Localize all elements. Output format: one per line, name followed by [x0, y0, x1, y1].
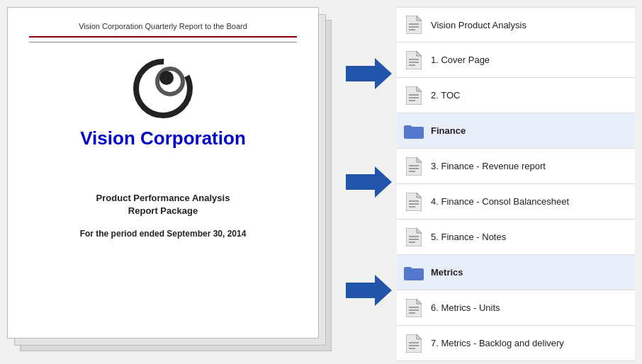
arrow-top	[346, 57, 392, 89]
folder-icon-metrics	[404, 263, 424, 283]
svg-marker-43	[417, 334, 422, 339]
doc-icon-metrics-units	[404, 298, 424, 318]
svg-rect-19	[404, 125, 412, 129]
list-item-finance-folder[interactable]: Finance	[397, 113, 635, 149]
list-item-finance-revenue[interactable]: 3. Finance - Revenue report	[397, 149, 635, 184]
main-container: Vision Corporation Quarterly Report to t…	[0, 0, 642, 364]
list-item-finance-balancesheet[interactable]: 4. Finance - Consol Balancesheet	[397, 184, 635, 220]
label-vision-product-analysis: Vision Product Analysis	[431, 20, 526, 30]
arrow-bottom	[346, 275, 392, 307]
document-list: Vision Product Analysis 1. Cover Page	[397, 7, 635, 357]
label-cover-page: 1. Cover Page	[431, 55, 490, 65]
doc-thin-line	[29, 42, 297, 42]
svg-marker-9	[417, 51, 422, 56]
doc-period: For the period ended September 30, 2014	[80, 229, 247, 239]
doc-icon-vision	[404, 15, 424, 35]
label-metrics-units: 6. Metrics - Units	[431, 302, 500, 313]
svg-marker-38	[417, 299, 422, 304]
label-toc: 2. TOC	[431, 90, 460, 101]
list-item-metrics-units[interactable]: 6. Metrics - Units	[397, 290, 635, 326]
doc-icon-finance-notes	[404, 227, 424, 247]
doc-icon-finance-balancesheet	[404, 192, 424, 212]
arrow-middle	[346, 166, 392, 198]
svg-marker-31	[417, 228, 422, 233]
folder-icon-finance	[404, 121, 424, 141]
doc-icon-finance-revenue	[404, 157, 424, 176]
svg-marker-4	[417, 16, 422, 21]
doc-red-line	[29, 36, 297, 38]
label-metrics-backlog: 7. Metrics - Backlog and delivery	[431, 338, 564, 348]
list-item-metrics-backlog[interactable]: 7. Metrics - Backlog and delivery	[397, 326, 635, 361]
label-finance-folder: Finance	[431, 125, 466, 136]
svg-rect-36	[404, 267, 412, 271]
list-item-toc[interactable]: 2. TOC	[397, 78, 635, 113]
list-item-vision-product-analysis[interactable]: Vision Product Analysis	[397, 7, 635, 42]
document-main: Vision Corporation Quarterly Report to t…	[7, 7, 319, 339]
svg-point-2	[159, 71, 174, 85]
company-name: Vision Corporation	[80, 127, 246, 149]
doc-icon-cover	[404, 50, 424, 70]
label-finance-revenue: 3. Finance - Revenue report	[431, 161, 546, 171]
svg-marker-26	[417, 193, 422, 198]
company-logo	[131, 57, 195, 120]
label-finance-notes: 5. Finance - Notes	[431, 232, 506, 242]
doc-icon-toc	[404, 86, 424, 106]
doc-icon-metrics-backlog	[404, 334, 424, 353]
label-metrics-folder: Metrics	[431, 267, 463, 278]
svg-marker-21	[417, 157, 422, 162]
label-finance-balancesheet: 4. Finance - Consol Balancesheet	[431, 196, 569, 207]
doc-title-bar: Vision Corporation Quarterly Report to t…	[79, 22, 247, 30]
svg-marker-14	[417, 86, 422, 91]
document-stack: Vision Corporation Quarterly Report to t…	[7, 7, 340, 357]
doc-subtitle: Product Performance Analysis Report Pack…	[96, 192, 230, 217]
list-item-metrics-folder[interactable]: Metrics	[397, 255, 635, 290]
list-item-cover-page[interactable]: 1. Cover Page	[397, 42, 635, 78]
list-item-finance-notes[interactable]: 5. Finance - Notes	[397, 220, 635, 255]
arrows-area	[340, 19, 397, 345]
